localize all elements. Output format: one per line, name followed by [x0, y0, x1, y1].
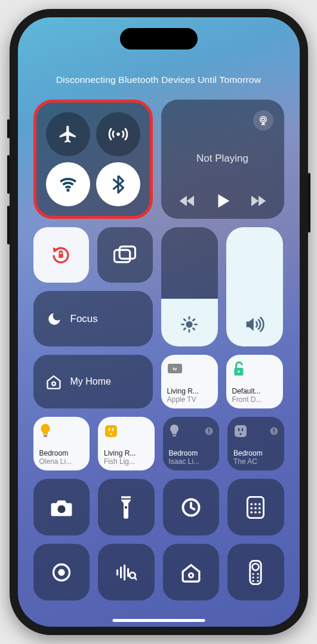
volume-slider[interactable]	[226, 227, 283, 346]
moon-icon	[47, 311, 62, 327]
svg-point-48	[251, 511, 253, 513]
tile-line2: Olena Li...	[39, 457, 84, 466]
media-title: Not Playing	[172, 153, 273, 165]
sound-recognition-shortcut[interactable]	[98, 544, 155, 600]
svg-point-46	[254, 507, 257, 509]
svg-point-25	[110, 433, 112, 435]
home-label: My Home	[70, 376, 111, 387]
svg-rect-29	[208, 433, 210, 434]
svg-point-61	[253, 564, 259, 570]
svg-rect-6	[119, 246, 135, 258]
airplay-button[interactable]	[253, 110, 273, 131]
alert-icon	[205, 427, 213, 435]
accessory-tile[interactable]: Bedroom Olena Li...	[33, 417, 90, 470]
side-button	[7, 119, 10, 138]
play-icon[interactable]	[214, 191, 232, 210]
svg-point-39	[125, 506, 127, 508]
flashlight-icon	[119, 496, 133, 519]
svg-rect-35	[273, 429, 275, 432]
svg-rect-38	[121, 498, 131, 499]
accessory-tile[interactable]: Bedroom Isaac Li...	[163, 417, 220, 470]
home-button[interactable]: My Home	[33, 355, 153, 408]
screen-mirroring-button[interactable]	[97, 227, 153, 283]
svg-rect-4	[59, 253, 63, 258]
focus-button[interactable]: Focus	[33, 291, 153, 346]
home-indicator[interactable]	[112, 619, 205, 622]
appletv-icon: tv	[167, 363, 183, 376]
focus-label: Focus	[70, 313, 98, 325]
svg-point-2	[260, 116, 266, 123]
tile-line1: Living R...	[167, 387, 212, 395]
rewind-icon[interactable]	[179, 194, 196, 208]
svg-point-66	[253, 580, 254, 581]
accessory-tile[interactable]: Living R... Fish Lig...	[98, 417, 155, 470]
camera-shortcut[interactable]	[33, 479, 90, 535]
apple-tv-remote-shortcut[interactable]	[227, 544, 284, 600]
bulb-on-icon	[39, 423, 51, 439]
svg-rect-28	[208, 429, 210, 432]
connectivity-module[interactable]	[33, 100, 153, 219]
home-tile-lock[interactable]: Default... Front D...	[226, 355, 283, 408]
wifi-toggle[interactable]	[46, 162, 90, 206]
forward-icon[interactable]	[250, 194, 266, 208]
svg-point-3	[261, 118, 264, 121]
timer-shortcut[interactable]	[163, 479, 220, 535]
wifi-icon	[58, 174, 78, 194]
side-button	[7, 155, 10, 194]
tile-line1: Living R...	[104, 449, 149, 457]
tile-line1: Bedroom	[39, 449, 84, 457]
screen-record-shortcut[interactable]	[33, 544, 90, 600]
calculator-shortcut[interactable]	[227, 479, 284, 535]
tile-line2: Fish Lig...	[104, 457, 149, 466]
flashlight-shortcut[interactable]	[98, 479, 155, 535]
svg-rect-36	[273, 433, 275, 434]
svg-line-12	[184, 319, 185, 320]
tile-line1: Default...	[232, 387, 277, 395]
outlet-on-icon	[104, 424, 118, 438]
side-button	[308, 173, 310, 233]
svg-point-7	[186, 321, 192, 327]
svg-point-45	[251, 507, 253, 509]
airplane-icon	[58, 124, 78, 144]
calculator-icon	[247, 496, 264, 519]
brightness-icon	[180, 315, 198, 333]
tile-line2: Front D...	[232, 395, 277, 404]
status-message: Disconnecting Bluetooth Devices Until To…	[33, 75, 284, 85]
lock-open-icon	[232, 361, 247, 377]
screen: Disconnecting Bluetooth Devices Until To…	[18, 17, 300, 627]
svg-point-20	[238, 371, 239, 373]
home-app-shortcut[interactable]	[163, 544, 220, 600]
tile-line1: Bedroom	[233, 449, 278, 457]
tile-line2: Isaac Li...	[169, 457, 214, 466]
dynamic-island	[120, 28, 198, 49]
svg-point-65	[257, 576, 259, 578]
svg-rect-24	[112, 428, 113, 431]
svg-point-44	[258, 503, 261, 505]
svg-line-58	[135, 577, 137, 580]
svg-point-47	[258, 507, 261, 509]
side-button	[7, 206, 10, 244]
home-tile-appletv[interactable]: tv Living R... Apple TV	[161, 355, 218, 408]
svg-rect-5	[114, 250, 130, 262]
svg-point-1	[66, 188, 69, 191]
svg-rect-22	[105, 425, 117, 437]
cellular-icon	[108, 124, 128, 144]
screen-record-icon	[51, 562, 72, 583]
orientation-lock-toggle[interactable]	[33, 227, 89, 283]
bluetooth-toggle[interactable]	[96, 162, 140, 206]
svg-rect-31	[238, 428, 239, 431]
airplane-mode-toggle[interactable]	[46, 112, 90, 156]
cellular-toggle[interactable]	[96, 112, 140, 156]
svg-rect-32	[242, 428, 243, 431]
svg-point-62	[253, 573, 254, 575]
svg-point-67	[257, 580, 259, 581]
brightness-slider[interactable]	[161, 227, 218, 346]
outlet-off-icon	[233, 424, 248, 438]
svg-rect-30	[235, 425, 247, 437]
media-module[interactable]: Not Playing	[161, 100, 284, 219]
accessory-tile[interactable]: Bedroom The AC	[227, 417, 284, 470]
home-icon	[180, 562, 202, 583]
svg-point-49	[254, 511, 257, 513]
svg-point-37	[57, 505, 65, 513]
home-icon	[45, 373, 62, 390]
